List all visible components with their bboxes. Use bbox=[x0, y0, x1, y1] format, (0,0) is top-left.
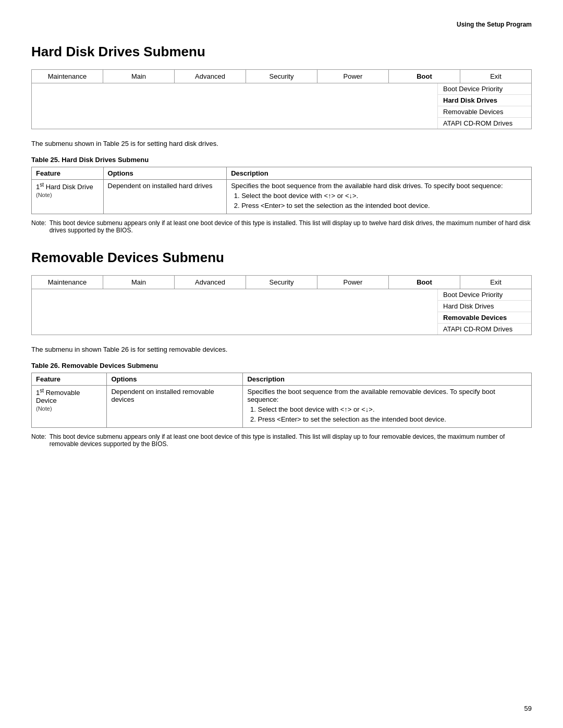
section2-table: Feature Options Description 1st Removabl… bbox=[31, 373, 532, 428]
bios-dropdown1: Boot Device Priority Hard Disk Drives Re… bbox=[31, 83, 532, 129]
nav-advanced2[interactable]: Advanced bbox=[175, 276, 246, 289]
table-row: 1st Removable Device (Note) Dependent on… bbox=[32, 386, 532, 428]
description-steps2: Select the boot device with <↑> or <↓>. … bbox=[258, 405, 527, 423]
dropdown-panel2: Boot Device Priority Hard Disk Drives Re… bbox=[437, 289, 531, 335]
td-description1: Specifies the boot sequence from the ava… bbox=[227, 180, 532, 214]
nav-security2[interactable]: Security bbox=[246, 276, 317, 289]
note-content1: This boot device submenu appears only if… bbox=[50, 219, 532, 234]
th-options2: Options bbox=[107, 373, 243, 386]
section2-intro: The submenu in shown Table 26 is for set… bbox=[31, 346, 532, 353]
header-text: Using the Setup Program bbox=[457, 21, 532, 28]
th-description1: Description bbox=[227, 167, 532, 180]
note-content2: This boot device submenu appears only if… bbox=[50, 433, 532, 448]
nav-boot1[interactable]: Boot bbox=[389, 70, 460, 83]
section1-intro: The submenu shown in Table 25 is for set… bbox=[31, 140, 532, 147]
section2-title: Removable Devices Submenu bbox=[31, 250, 532, 266]
description-steps1: Select the boot device with <↑> or <↓>. … bbox=[241, 192, 527, 209]
note-label1: Note: bbox=[31, 219, 46, 234]
list-item: Press <Enter> to set the selection as th… bbox=[258, 415, 527, 423]
dropdown-item2-2[interactable]: Hard Disk Drives bbox=[438, 301, 531, 312]
nav-power1[interactable]: Power bbox=[317, 70, 389, 83]
table-header-row2: Feature Options Description bbox=[32, 373, 532, 386]
table-row: 1st Hard Disk Drive (Note) Dependent on … bbox=[32, 180, 532, 214]
nav-main1[interactable]: Main bbox=[103, 70, 175, 83]
nav-maintenance1[interactable]: Maintenance bbox=[32, 70, 103, 83]
dropdown-item2-4[interactable]: ATAPI CD-ROM Drives bbox=[438, 324, 531, 335]
dropdown-item2-1[interactable]: Boot Device Priority bbox=[438, 289, 531, 301]
th-options1: Options bbox=[103, 167, 227, 180]
bios-nav-section2: Maintenance Main Advanced Security Power… bbox=[31, 275, 532, 335]
bios-nav-section1: Maintenance Main Advanced Security Power… bbox=[31, 69, 532, 129]
section1-title: Hard Disk Drives Submenu bbox=[31, 44, 532, 60]
nav-main2[interactable]: Main bbox=[103, 276, 175, 289]
nav-boot2[interactable]: Boot bbox=[389, 276, 460, 289]
list-item: Select the boot device with <↑> or <↓>. bbox=[241, 192, 527, 200]
td-description2: Specifies the boot sequence from the ava… bbox=[243, 386, 532, 428]
td-options2: Dependent on installed removable devices bbox=[107, 386, 243, 428]
td-options1: Dependent on installed hard drives bbox=[103, 180, 227, 214]
nav-advanced1[interactable]: Advanced bbox=[175, 70, 246, 83]
nav-exit1[interactable]: Exit bbox=[460, 70, 531, 83]
th-description2: Description bbox=[243, 373, 532, 386]
section2-table-title: Table 26. Removable Devices Submenu bbox=[31, 362, 532, 369]
dropdown-item1-4[interactable]: ATAPI CD-ROM Drives bbox=[438, 118, 531, 129]
nav-exit2[interactable]: Exit bbox=[460, 276, 531, 289]
section1-note: Note: This boot device submenu appears o… bbox=[31, 219, 532, 234]
section2-note: Note: This boot device submenu appears o… bbox=[31, 433, 532, 448]
list-item: Press <Enter> to set the selection as th… bbox=[241, 202, 527, 209]
table-header-row1: Feature Options Description bbox=[32, 167, 532, 180]
bios-nav-row2: Maintenance Main Advanced Security Power… bbox=[31, 275, 532, 289]
th-feature2: Feature bbox=[32, 373, 107, 386]
nav-power2[interactable]: Power bbox=[317, 276, 389, 289]
dropdown-item2-3[interactable]: Removable Devices bbox=[438, 312, 531, 324]
page-header: Using the Setup Program bbox=[31, 21, 532, 28]
td-feature2: 1st Removable Device (Note) bbox=[32, 386, 107, 428]
dropdown-item1-3[interactable]: Removable Devices bbox=[438, 106, 531, 118]
dropdown-item1-1[interactable]: Boot Device Priority bbox=[438, 83, 531, 95]
note-label2: Note: bbox=[31, 433, 46, 448]
bios-dropdown2: Boot Device Priority Hard Disk Drives Re… bbox=[31, 289, 532, 335]
dropdown-panel1: Boot Device Priority Hard Disk Drives Re… bbox=[437, 83, 531, 129]
dropdown-item1-2[interactable]: Hard Disk Drives bbox=[438, 95, 531, 106]
feature-note2: (Note) bbox=[36, 405, 52, 412]
page-number: 59 bbox=[524, 705, 532, 712]
td-feature1: 1st Hard Disk Drive (Note) bbox=[32, 180, 104, 214]
section1-table: Feature Options Description 1st Hard Dis… bbox=[31, 167, 532, 214]
th-feature1: Feature bbox=[32, 167, 104, 180]
nav-security1[interactable]: Security bbox=[246, 70, 317, 83]
bios-nav-row1: Maintenance Main Advanced Security Power… bbox=[31, 69, 532, 83]
nav-maintenance2[interactable]: Maintenance bbox=[32, 276, 103, 289]
feature-note1: (Note) bbox=[36, 192, 52, 198]
section1-table-title: Table 25. Hard Disk Drives Submenu bbox=[31, 156, 532, 164]
list-item: Select the boot device with <↑> or <↓>. bbox=[258, 405, 527, 413]
